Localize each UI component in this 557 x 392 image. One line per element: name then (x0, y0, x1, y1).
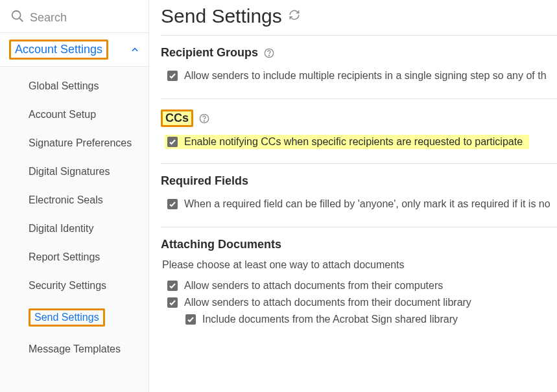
sidebar-item-report-settings[interactable]: Report Settings (16, 243, 148, 271)
sidebar-item-label: Digital Signatures (29, 166, 110, 177)
sidebar-item-label: Send Settings (34, 312, 99, 323)
help-icon[interactable] (263, 47, 275, 59)
section-attaching-documents: Attaching Documents Please choose at lea… (161, 227, 557, 342)
sidebar-item-digital-signatures[interactable]: Digital Signatures (16, 157, 148, 186)
sidebar-item-label: Signature Preferences (29, 137, 132, 148)
sidebar-nav-list: Global Settings Account Setup Signature … (0, 67, 148, 392)
svg-point-3 (268, 55, 269, 56)
sidebar-section-label: Account Settings (15, 43, 102, 56)
sidebar-item-label: Report Settings (29, 251, 100, 262)
sidebar-item-electronic-seals[interactable]: Electronic Seals (16, 186, 148, 214)
sidebar-item-message-templates[interactable]: Message Templates (16, 335, 148, 363)
option-label: Allow senders to include multiple recipi… (184, 70, 547, 82)
sidebar-item-digital-identity[interactable]: Digital Identity (16, 214, 148, 243)
section-title: Attaching Documents (161, 238, 281, 251)
sidebar-item-label: Account Setup (29, 109, 96, 120)
option-label: Enable notifying CCs when specific recip… (184, 136, 523, 148)
section-title: Required Fields (161, 174, 248, 188)
sidebar: Account Settings Global Settings Account… (0, 0, 149, 392)
option-label: Include documents from the Acrobat Sign … (202, 314, 458, 325)
svg-point-5 (204, 121, 204, 121)
page-title: Send Settings (161, 5, 282, 27)
option-label: Allow senders to attach documents from t… (184, 297, 471, 308)
section-title: CCs (165, 111, 189, 124)
highlight-send-settings: Send Settings (29, 308, 105, 327)
option-required-anyone[interactable]: When a required field can be filled by '… (161, 196, 557, 213)
chevron-up-icon (130, 45, 139, 54)
search-input[interactable] (30, 11, 138, 25)
checkbox-icon (167, 71, 178, 81)
sidebar-item-label: Global Settings (29, 80, 99, 91)
option-label: Allow senders to attach documents from t… (184, 280, 443, 292)
sidebar-item-send-settings[interactable]: Send Settings (16, 300, 148, 335)
option-attach-from-library[interactable]: Allow senders to attach documents from t… (161, 294, 557, 311)
sidebar-item-security-settings[interactable]: Security Settings (16, 271, 148, 300)
checkbox-icon (167, 281, 178, 291)
svg-line-1 (19, 18, 23, 21)
sidebar-item-label: Digital Identity (29, 223, 94, 234)
search-icon (10, 9, 25, 26)
sidebar-item-label: Security Settings (29, 280, 106, 291)
refresh-icon[interactable] (289, 9, 300, 23)
page-title-row: Send Settings (161, 5, 557, 32)
highlight-account-settings: Account Settings (9, 40, 108, 60)
help-icon[interactable] (198, 113, 210, 124)
svg-point-0 (12, 11, 21, 19)
checkbox-icon (167, 297, 178, 308)
search-row (0, 0, 148, 32)
checkbox-icon[interactable] (167, 137, 178, 147)
sidebar-item-signature-preferences[interactable]: Signature Preferences (16, 129, 148, 157)
sidebar-item-label: Electronic Seals (29, 194, 103, 205)
sidebar-item-global-settings[interactable]: Global Settings (16, 72, 148, 100)
option-label: When a required field can be filled by '… (184, 198, 551, 210)
section-subtext: Please choose at least one way to attach… (161, 259, 557, 277)
checkbox-icon (167, 199, 178, 209)
option-allow-multiple-recipients[interactable]: Allow senders to include multiple recipi… (161, 67, 557, 84)
section-required-fields: Required Fields When a required field ca… (161, 163, 557, 227)
option-include-shared-library[interactable]: Include documents from the Acrobat Sign … (161, 311, 557, 328)
section-title: Recipient Groups (161, 46, 258, 60)
section-ccs: CCs Enable notifying CCs when specific r… (161, 98, 557, 163)
section-recipient-groups: Recipient Groups Allow senders to includ… (161, 35, 557, 98)
highlight-ccs-option: Enable notifying CCs when specific recip… (161, 135, 557, 149)
sidebar-section-account-settings[interactable]: Account Settings (0, 32, 148, 67)
sidebar-item-account-setup[interactable]: Account Setup (16, 100, 148, 129)
sidebar-item-label: Message Templates (29, 343, 121, 354)
highlight-ccs-title: CCs (161, 110, 193, 127)
main-content: Send Settings Recipient Groups (149, 0, 557, 392)
checkbox-icon (185, 314, 196, 325)
option-attach-from-computer[interactable]: Allow senders to attach documents from t… (161, 277, 557, 294)
